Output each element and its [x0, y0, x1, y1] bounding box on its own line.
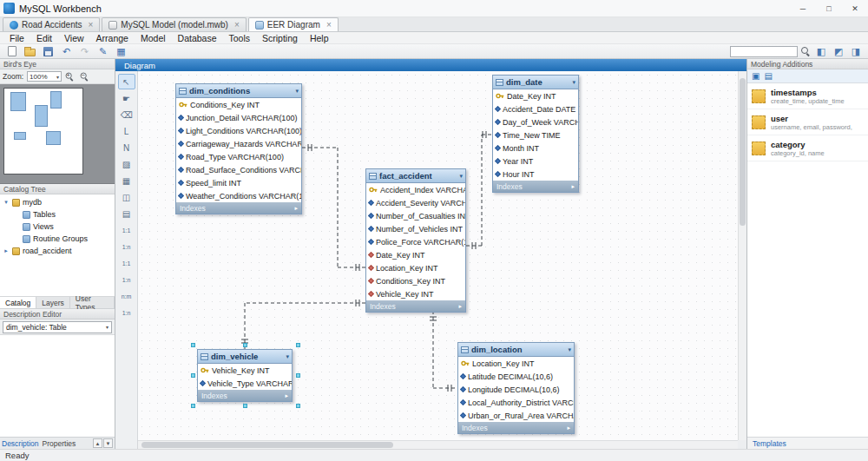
er-column[interactable]: Longitude DECIMAL(10,6)	[458, 383, 574, 396]
rel-existing-columns-tool[interactable]: 1:n	[118, 305, 135, 320]
tree-expander-icon[interactable]: ▸	[3, 247, 10, 254]
er-column[interactable]: Latitude DECIMAL(10,6)	[458, 370, 574, 383]
chevron-down-icon[interactable]: ▾	[295, 88, 299, 95]
menu-tools[interactable]: Tools	[223, 33, 257, 43]
menu-scripting[interactable]: Scripting	[256, 33, 304, 43]
templates-panel-tab[interactable]: Templates	[747, 437, 868, 449]
er-table-dim_vehicle[interactable]: dim_vehicle▾Vehicle_Key INTVehicle_Type …	[197, 349, 293, 402]
er-column[interactable]: Time_New TIME	[493, 128, 578, 142]
er-column[interactable]: Police_Force VARCHAR(100)	[366, 235, 465, 248]
modeling-list-view-button[interactable]: ▤	[764, 71, 772, 81]
er-column[interactable]: Speed_limit INT	[176, 176, 301, 189]
chevron-down-icon[interactable]: ▾	[286, 353, 289, 360]
redo-button[interactable]: ↷	[76, 45, 93, 58]
zoom-out-button[interactable]: −	[80, 71, 91, 82]
er-table-dim_conditions[interactable]: dim_conditions▾Conditions_Key INTJunctio…	[175, 83, 302, 214]
doc-tab-road-accidents[interactable]: Road Accidents×	[3, 17, 100, 31]
table-tool[interactable]: ▦	[118, 173, 135, 188]
description-editor-body[interactable]	[0, 335, 115, 437]
tab-close-icon[interactable]: ×	[326, 20, 332, 30]
menu-database[interactable]: Database	[172, 33, 223, 43]
chevron-down-icon[interactable]: ▾	[459, 173, 463, 180]
er-table-dim_location[interactable]: dim_location▾Location_Key INTLatitude DE…	[457, 342, 575, 434]
selection-handle[interactable]	[296, 343, 300, 347]
new-document-button[interactable]	[3, 45, 20, 58]
panel-down-button[interactable]: ▼	[103, 438, 113, 448]
diagram-tab[interactable]: Diagram	[115, 59, 746, 71]
selection-handle[interactable]	[191, 404, 195, 408]
selection-handle[interactable]	[191, 343, 195, 347]
er-column[interactable]: Year INT	[493, 155, 578, 168]
panel-up-button[interactable]: ▲	[93, 438, 102, 448]
er-column[interactable]: Date_Key INT	[493, 89, 578, 102]
er-indexes-footer[interactable]: Indexes▸	[366, 300, 465, 312]
er-table-fact_accident[interactable]: fact_accident▾Accident_Index VARCHAR(50)…	[365, 168, 466, 313]
chevron-right-icon[interactable]: ▸	[285, 392, 288, 399]
diagram-canvas[interactable]: dim_conditions▾Conditions_Key INTJunctio…	[138, 71, 746, 449]
zoom-in-button[interactable]: +	[65, 71, 76, 82]
birds-eye-minimap[interactable]	[0, 84, 115, 184]
er-column[interactable]: Vehicle_Key INT	[366, 287, 465, 300]
tab-close-icon[interactable]: ×	[234, 20, 240, 30]
close-button[interactable]: ✕	[842, 0, 868, 16]
er-table-header[interactable]: dim_vehicle▾	[198, 350, 292, 364]
selection-handle[interactable]	[243, 404, 247, 408]
undo-button[interactable]: ↶	[58, 45, 75, 58]
save-button[interactable]	[40, 45, 56, 58]
image-tool[interactable]: ▨	[118, 156, 135, 172]
er-table-header[interactable]: dim_date▾	[493, 76, 578, 89]
vertical-scrollbar-thumb[interactable]	[740, 78, 746, 226]
er-indexes-footer[interactable]: Indexes▸	[493, 181, 578, 192]
search-input[interactable]	[730, 46, 798, 57]
er-column[interactable]: Location_Key INT	[458, 357, 574, 370]
tab-properties[interactable]: Properties	[43, 439, 76, 448]
menu-arrange[interactable]: Arrange	[90, 33, 135, 43]
doc-tab-mysql-model-model-mwb-[interactable]: MySQL Model (model.mwb)×	[102, 17, 246, 31]
chevron-down-icon[interactable]: ▾	[572, 79, 575, 86]
selection-handle[interactable]	[191, 373, 195, 378]
er-column[interactable]: Accident_Date DATE	[493, 102, 578, 115]
er-table-header[interactable]: fact_accident▾	[366, 169, 465, 183]
menu-file[interactable]: File	[3, 33, 30, 43]
tab-description[interactable]: Description	[2, 439, 39, 448]
er-column[interactable]: Month INT	[493, 142, 578, 155]
er-column[interactable]: Location_Key INT	[366, 261, 465, 274]
minimize-button[interactable]: ─	[790, 0, 816, 16]
tree-item-road-accident[interactable]: ▸road_accident	[0, 245, 115, 257]
doc-tab-eer-diagram[interactable]: EER Diagram×	[248, 17, 339, 31]
selection-handle[interactable]	[296, 373, 300, 378]
tab-layers[interactable]: Layers	[36, 297, 70, 308]
er-column[interactable]: Accident_Index VARCHAR(50)	[366, 183, 465, 196]
description-target-select[interactable]: dim_vehicle: Table ▾	[3, 321, 112, 333]
tab-catalog[interactable]: Catalog	[0, 297, 36, 308]
rel-1-1-non-identifying-tool[interactable]: 1:1	[118, 222, 135, 238]
er-column[interactable]: Number_of_Casualties INT	[366, 209, 465, 222]
rel-1-n-identifying-tool[interactable]: 1:n	[118, 272, 135, 287]
chevron-down-icon[interactable]: ▾	[568, 346, 571, 353]
modeling-addition-user[interactable]: userusername, email, password,	[747, 109, 868, 135]
menu-edit[interactable]: Edit	[30, 33, 58, 43]
hand-tool[interactable]: ☛	[118, 90, 135, 106]
chevron-right-icon[interactable]: ▸	[567, 425, 570, 431]
er-indexes-footer[interactable]: Indexes▸	[198, 390, 292, 401]
er-column[interactable]: Accident_Severity VARCHAR(5…	[366, 196, 465, 209]
select-tool[interactable]: ↖	[118, 74, 135, 89]
eraser-tool[interactable]: ⌫	[118, 107, 135, 122]
er-column[interactable]: Conditions_Key INT	[176, 98, 301, 111]
tree-item-views[interactable]: Views	[0, 221, 115, 233]
er-column[interactable]: Date_Key INT	[366, 248, 465, 261]
chevron-right-icon[interactable]: ▸	[571, 183, 575, 190]
maximize-button[interactable]: □	[816, 0, 842, 16]
er-indexes-footer[interactable]: Indexes▸	[458, 422, 574, 433]
tab-close-icon[interactable]: ×	[89, 20, 94, 30]
toggle-bottom-panel-button[interactable]: ◩	[832, 46, 845, 57]
chevron-right-icon[interactable]: ▸	[458, 303, 462, 310]
er-indexes-footer[interactable]: Indexes▸	[176, 202, 301, 214]
er-column[interactable]: Vehicle_Type VARCHAR(10…	[198, 377, 292, 390]
er-column[interactable]: Junction_Detail VARCHAR(100)	[176, 111, 301, 124]
er-column[interactable]: Carriageway_Hazards VARCHAR(100)	[176, 137, 301, 150]
modeling-grid-view-button[interactable]: ▣	[752, 71, 760, 81]
horizontal-scrollbar-thumb[interactable]	[141, 442, 393, 448]
toggle-right-sidebar-button[interactable]: ◨	[849, 46, 863, 57]
tree-item-routine-groups[interactable]: Routine Groups	[0, 233, 115, 245]
